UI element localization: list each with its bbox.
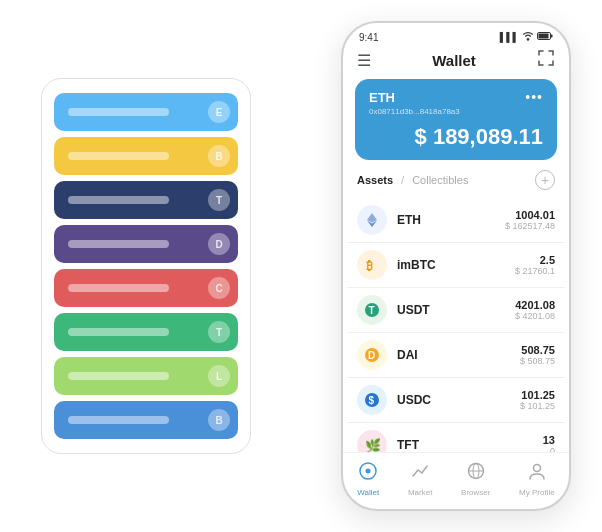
asset-amount-value: 2.5 [515,254,555,266]
asset-amounts-eth: 1004.01$ 162517.48 [505,209,555,231]
asset-icon-usdt: T [357,295,387,325]
scene: EBTDCTLB 9:41 ▌▌▌ ☰ Wallet [11,11,591,521]
asset-name-dai: DAI [397,348,520,362]
asset-usd-value: $ 4201.08 [515,311,555,321]
menu-icon[interactable]: ☰ [357,51,371,70]
tab-assets[interactable]: Assets [357,174,393,186]
asset-item-dai[interactable]: DDAI508.75$ 508.75 [347,333,565,378]
asset-icon-eth [357,205,387,235]
card-item-2[interactable]: T [54,181,238,219]
card-item-6[interactable]: L [54,357,238,395]
signal-icon: ▌▌▌ [500,32,519,42]
asset-amount-value: 13 [543,434,555,446]
battery-icon [537,31,553,43]
asset-usd-value: $ 21760.1 [515,266,555,276]
card-item-0[interactable]: E [54,93,238,131]
asset-item-usdc[interactable]: $USDC101.25$ 101.25 [347,378,565,423]
nav-item-market[interactable]: Market [408,461,432,497]
svg-text:₿: ₿ [366,259,373,273]
asset-amount-value: 508.75 [520,344,555,356]
asset-amount-value: 4201.08 [515,299,555,311]
svg-rect-2 [539,34,549,39]
nav-icon-browser [466,461,486,486]
nav-icon-wallet [358,461,378,486]
status-bar: 9:41 ▌▌▌ [343,23,569,45]
card-item-4[interactable]: C [54,269,238,307]
svg-rect-1 [551,35,553,38]
asset-amounts-usdt: 4201.08$ 4201.08 [515,299,555,321]
asset-item-usdt[interactable]: TUSDT4201.08$ 4201.08 [347,288,565,333]
nav-icon-profile [527,461,547,486]
svg-text:T: T [369,305,375,316]
page-title: Wallet [432,52,476,69]
card-item-1[interactable]: B [54,137,238,175]
add-asset-button[interactable]: + [535,170,555,190]
asset-usd-value: $ 162517.48 [505,221,555,231]
svg-text:🌿: 🌿 [365,437,380,452]
nav-label-browser: Browser [461,488,490,497]
eth-balance-value: 189,089.11 [433,124,543,149]
asset-list: ETH1004.01$ 162517.48₿imBTC2.5$ 21760.1T… [343,198,569,452]
asset-name-eth: ETH [397,213,505,227]
wifi-icon [522,31,534,43]
svg-text:$: $ [369,395,375,406]
asset-icon-usdc: $ [357,385,387,415]
svg-marker-3 [367,213,377,223]
asset-item-tft[interactable]: 🌿TFT130 [347,423,565,452]
asset-item-eth[interactable]: ETH1004.01$ 162517.48 [347,198,565,243]
eth-currency-symbol: $ [415,124,433,149]
asset-name-imbtc: imBTC [397,258,515,272]
phone: 9:41 ▌▌▌ ☰ Wallet ETH ••• [341,21,571,511]
card-item-5[interactable]: T [54,313,238,351]
tab-collectibles[interactable]: Collectibles [412,174,468,186]
asset-amount-value: 101.25 [520,389,555,401]
asset-name-usdt: USDT [397,303,515,317]
nav-item-wallet[interactable]: Wallet [357,461,379,497]
nav-item-profile[interactable]: My Profile [519,461,555,497]
asset-name-tft: TFT [397,438,543,452]
tab-separator: / [401,174,404,186]
status-time: 9:41 [359,32,378,43]
nav-icon-market [410,461,430,486]
asset-name-usdc: USDC [397,393,520,407]
svg-point-14 [366,469,371,474]
asset-icon-tft: 🌿 [357,430,387,452]
eth-card[interactable]: ETH ••• 0x08711d3b...8418a78a3 $ 189,089… [355,79,557,160]
nav-item-browser[interactable]: Browser [461,461,490,497]
asset-amounts-imbtc: 2.5$ 21760.1 [515,254,555,276]
asset-amount-value: 1004.01 [505,209,555,221]
asset-usd-value: $ 508.75 [520,356,555,366]
nav-label-wallet: Wallet [357,488,379,497]
phone-header: ☰ Wallet [343,45,569,79]
eth-address: 0x08711d3b...8418a78a3 [369,107,543,116]
bottom-nav: WalletMarketBrowserMy Profile [343,452,569,509]
eth-more-icon[interactable]: ••• [525,89,543,105]
asset-amounts-usdc: 101.25$ 101.25 [520,389,555,411]
expand-icon[interactable] [537,49,555,71]
card-stack: EBTDCTLB [41,78,251,454]
asset-amounts-tft: 130 [543,434,555,452]
card-item-3[interactable]: D [54,225,238,263]
nav-label-market: Market [408,488,432,497]
svg-text:D: D [368,350,375,361]
asset-item-imbtc[interactable]: ₿imBTC2.5$ 21760.1 [347,243,565,288]
asset-usd-value: $ 101.25 [520,401,555,411]
nav-label-profile: My Profile [519,488,555,497]
assets-tabs: Assets / Collectibles [357,174,468,186]
assets-header: Assets / Collectibles + [343,170,569,198]
asset-icon-dai: D [357,340,387,370]
svg-point-18 [533,465,540,472]
asset-icon-imbtc: ₿ [357,250,387,280]
eth-balance: $ 189,089.11 [369,124,543,150]
status-icons: ▌▌▌ [500,31,553,43]
eth-card-label: ETH [369,90,395,105]
card-item-7[interactable]: B [54,401,238,439]
asset-amounts-dai: 508.75$ 508.75 [520,344,555,366]
